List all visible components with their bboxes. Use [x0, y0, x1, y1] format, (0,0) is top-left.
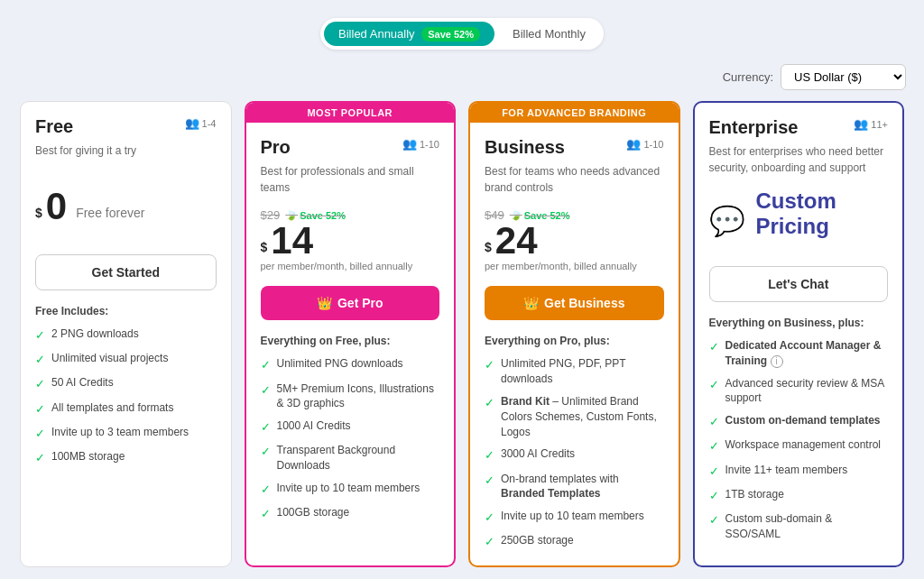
business-members-badge: 👥 1-10	[626, 137, 663, 151]
business-card-header: Business 👥 1-10	[485, 137, 664, 158]
check-icon: ✓	[709, 512, 719, 528]
billing-toggle[interactable]: Billed Annually Save 52% Billed Monthly	[320, 18, 604, 50]
currency-row: Currency: US Dollar ($) Euro (€) British…	[18, 64, 906, 90]
enterprise-custom-pricing: Custom Pricing	[756, 188, 889, 239]
enterprise-features-title: Everything on Business, plus:	[709, 317, 889, 329]
plans-container: Free 👥 1-4 Best for giving it a try $ 0 …	[20, 101, 904, 567]
free-price-area: $ 0 Free forever	[35, 188, 217, 242]
list-item: ✓Workspace management control	[709, 437, 889, 455]
monthly-button[interactable]: Billed Monthly	[498, 22, 600, 46]
monthly-label: Billed Monthly	[513, 27, 586, 41]
check-icon: ✓	[485, 534, 494, 550]
business-price-sub: per member/month, billed annually	[485, 260, 664, 273]
business-plan-card: FOR ADVANCED BRANDING Business 👥 1-10 Be…	[468, 101, 680, 567]
pro-price-sub: per member/month, billed annually	[261, 260, 440, 273]
business-price-main: $ 24	[485, 222, 664, 260]
pro-price-area: $29 🍃 Save 52% $ 14 per member/month, bi…	[261, 208, 440, 273]
pro-plan-card: MOST POPULAR Pro 👥 1-10 Best for profess…	[245, 101, 457, 567]
check-icon: ✓	[35, 426, 45, 442]
check-icon: ✓	[485, 357, 494, 373]
pro-card-header: Pro 👥 1-10	[261, 137, 440, 158]
currency-label: Currency:	[723, 70, 773, 84]
list-item: ✓5M+ Premium Icons, Illustrations & 3D g…	[261, 381, 440, 412]
members-icon: 👥	[402, 137, 417, 151]
pro-members-badge: 👥 1-10	[402, 137, 439, 151]
enterprise-card-header: Enterprise 👥 11+	[709, 117, 889, 138]
pro-features-title: Everything on Free, plus:	[261, 335, 440, 347]
pro-cta-label: Get Pro	[337, 296, 383, 310]
free-dollar: $	[35, 206, 42, 220]
chat-icon: 💬	[709, 204, 745, 238]
check-icon: ✓	[709, 464, 719, 480]
business-dollar: $	[485, 240, 492, 254]
pro-feature-list: ✓Unlimited PNG downloads ✓5M+ Premium Ic…	[261, 356, 440, 522]
enterprise-price-area: 💬 Custom Pricing	[709, 188, 889, 253]
check-icon: ✓	[261, 357, 271, 373]
check-icon: ✓	[709, 488, 719, 504]
business-price-number: 24	[495, 222, 538, 260]
check-icon: ✓	[35, 352, 45, 368]
enterprise-feature-list: ✓Dedicated Account Manager & Training i …	[709, 338, 889, 542]
check-icon: ✓	[485, 510, 494, 526]
crown-icon: 👑	[523, 296, 539, 310]
annually-label: Billed Annually	[338, 27, 415, 41]
list-item: ✓3000 AI Credits	[485, 446, 664, 464]
business-cta-button[interactable]: 👑 Get Business	[485, 286, 664, 320]
list-item: ✓Brand Kit – Unlimited Brand Colors Sche…	[485, 394, 664, 439]
check-icon: ✓	[35, 327, 45, 344]
check-icon: ✓	[35, 376, 45, 392]
pro-cta-button[interactable]: 👑 Get Pro	[261, 286, 440, 320]
pro-plan-desc: Best for professionals and small teams	[261, 163, 440, 196]
check-icon: ✓	[261, 482, 271, 498]
free-members-count: 1-4	[202, 118, 217, 129]
list-item: ✓Unlimited PNG downloads	[261, 356, 440, 373]
business-features-title: Everything on Pro, plus:	[485, 335, 664, 347]
check-icon: ✓	[485, 473, 494, 489]
save-badge: Save 52%	[421, 27, 480, 41]
list-item: ✓On-brand templates with Branded Templat…	[485, 472, 664, 502]
list-item: ✓Unlimited visual projects	[35, 351, 217, 368]
business-cta-label: Get Business	[544, 296, 624, 310]
free-cta-label: Get Started	[92, 265, 160, 280]
list-item: ✓Dedicated Account Manager & Training i	[709, 338, 889, 369]
free-card-header: Free 👥 1-4	[35, 116, 217, 137]
free-price-number: 0	[46, 188, 67, 225]
free-plan-card: Free 👥 1-4 Best for giving it a try $ 0 …	[20, 101, 232, 567]
check-icon: ✓	[261, 419, 271, 436]
list-item: ✓Custom on-demand templates	[709, 413, 889, 430]
enterprise-plan-card: Enterprise 👥 11+ Best for enterprises wh…	[693, 101, 905, 567]
business-members-count: 1-10	[643, 139, 663, 150]
business-plan-desc: Best for teams who needs advanced brand …	[485, 163, 664, 196]
check-icon: ✓	[261, 444, 271, 460]
free-price-main: $ 0 Free forever	[35, 188, 217, 225]
info-icon[interactable]: i	[771, 355, 783, 368]
members-icon: 👥	[185, 116, 199, 130]
free-cta-button[interactable]: Get Started	[35, 254, 217, 290]
free-plan-name: Free	[35, 116, 73, 137]
members-icon: 👥	[854, 117, 868, 131]
list-item: ✓Custom sub-domain & SSO/SAML	[709, 511, 889, 542]
business-card-body: Business 👥 1-10 Best for teams who needs…	[470, 123, 679, 565]
list-item: ✓Unlimited PNG, PDF, PPT downloads	[485, 356, 664, 387]
business-plan-name: Business	[485, 137, 565, 158]
enterprise-cta-button[interactable]: Let's Chat	[709, 266, 889, 302]
pro-price-number: 14	[271, 222, 313, 260]
currency-select[interactable]: US Dollar ($) Euro (€) British Pound (£)	[781, 64, 906, 90]
list-item: ✓100GB storage	[261, 505, 440, 522]
free-feature-list: ✓2 PNG downloads ✓Unlimited visual proje…	[35, 326, 217, 466]
annually-button[interactable]: Billed Annually Save 52%	[324, 22, 494, 46]
list-item: ✓1000 AI Credits	[261, 418, 440, 436]
list-item: ✓50 AI Credits	[35, 375, 217, 392]
enterprise-card-body: Enterprise 👥 11+ Best for enterprises wh…	[695, 103, 903, 565]
enterprise-plan-name: Enterprise	[709, 117, 799, 138]
list-item: ✓Transparent Background Downloads	[261, 443, 440, 473]
list-item: ✓Invite up to 10 team members	[261, 481, 440, 498]
enterprise-plan-desc: Best for enterprises who need better sec…	[709, 143, 889, 176]
pro-card-body: Pro 👥 1-10 Best for professionals and sm…	[246, 123, 455, 565]
list-item: ✓100MB storage	[35, 449, 217, 466]
free-members-badge: 👥 1-4	[185, 116, 217, 130]
check-icon: ✓	[485, 395, 494, 411]
enterprise-cta-label: Let's Chat	[768, 277, 828, 291]
crown-icon: 👑	[317, 296, 332, 310]
free-card-body: Free 👥 1-4 Best for giving it a try $ 0 …	[21, 102, 231, 566]
